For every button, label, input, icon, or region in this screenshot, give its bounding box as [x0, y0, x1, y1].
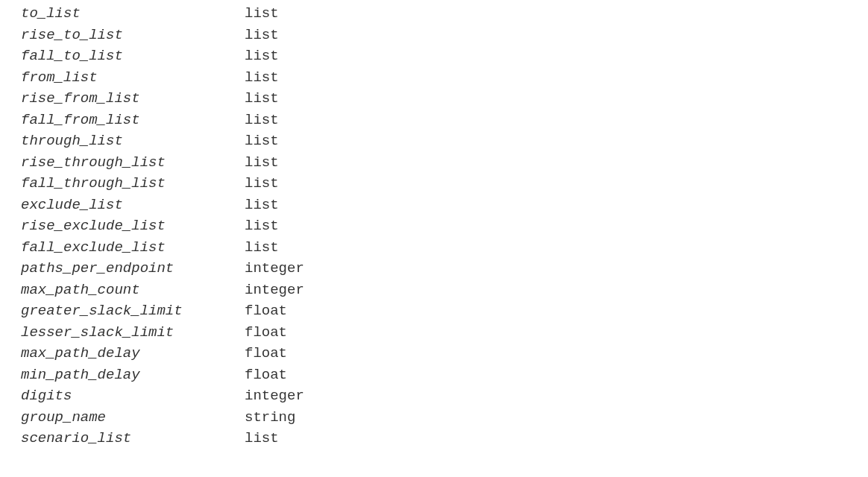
param-name: paths_per_endpoint	[21, 258, 245, 279]
parameter-type-list: to_list list rise_to_list list fall_to_l…	[0, 0, 868, 449]
param-type: float	[245, 343, 287, 364]
param-name: rise_through_list	[21, 152, 245, 174]
param-type: list	[245, 3, 279, 25]
table-row: from_list list	[21, 67, 868, 89]
param-type: list	[245, 195, 279, 216]
param-name: rise_from_list	[21, 88, 245, 110]
param-name: lesser_slack_limit	[21, 322, 245, 344]
param-name: rise_exclude_list	[21, 215, 245, 237]
param-type: list	[245, 130, 279, 152]
param-name: from_list	[21, 67, 245, 89]
table-row: to_list list	[21, 3, 868, 25]
param-name: max_path_delay	[21, 343, 245, 364]
param-type: list	[245, 428, 279, 449]
table-row: max_path_delay float	[21, 343, 868, 364]
table-row: fall_to_list list	[21, 45, 868, 67]
table-row: exclude_list list	[21, 195, 868, 216]
table-row: rise_exclude_list list	[21, 215, 868, 237]
param-name: greater_slack_limit	[21, 300, 245, 322]
param-type: float	[245, 364, 287, 386]
param-type: list	[245, 173, 279, 195]
param-type: list	[245, 67, 279, 89]
table-row: greater_slack_limit float	[21, 300, 868, 322]
table-row: group_name string	[21, 407, 868, 429]
param-name: through_list	[21, 130, 245, 152]
param-type: list	[245, 152, 279, 174]
param-name: rise_to_list	[21, 25, 245, 46]
table-row: rise_from_list list	[21, 88, 868, 110]
param-type: list	[245, 215, 279, 237]
param-name: digits	[21, 385, 245, 407]
param-name: to_list	[21, 3, 245, 25]
param-type: string	[245, 407, 295, 429]
param-type: list	[245, 88, 279, 110]
table-row: min_path_delay float	[21, 364, 868, 386]
table-row: rise_through_list list	[21, 152, 868, 174]
table-row: lesser_slack_limit float	[21, 322, 868, 344]
param-type: integer	[245, 279, 304, 301]
param-type: float	[245, 300, 287, 322]
param-name: group_name	[21, 407, 245, 429]
param-name: scenario_list	[21, 428, 245, 449]
param-name: fall_exclude_list	[21, 237, 245, 259]
param-type: float	[245, 322, 287, 344]
param-name: fall_to_list	[21, 45, 245, 67]
param-type: list	[245, 110, 279, 131]
param-name: fall_through_list	[21, 173, 245, 195]
param-type: list	[245, 25, 279, 46]
table-row: through_list list	[21, 130, 868, 152]
param-type: list	[245, 237, 279, 259]
table-row: scenario_list list	[21, 428, 868, 449]
param-name: fall_from_list	[21, 110, 245, 131]
param-type: integer	[245, 258, 304, 279]
table-row: rise_to_list list	[21, 25, 868, 46]
table-row: digits integer	[21, 385, 868, 407]
table-row: fall_exclude_list list	[21, 237, 868, 259]
param-name: max_path_count	[21, 279, 245, 301]
table-row: max_path_count integer	[21, 279, 868, 301]
param-name: min_path_delay	[21, 364, 245, 386]
table-row: paths_per_endpoint integer	[21, 258, 868, 279]
param-type: integer	[245, 385, 304, 407]
param-type: list	[245, 45, 279, 67]
table-row: fall_from_list list	[21, 110, 868, 131]
table-row: fall_through_list list	[21, 173, 868, 195]
param-name: exclude_list	[21, 195, 245, 216]
